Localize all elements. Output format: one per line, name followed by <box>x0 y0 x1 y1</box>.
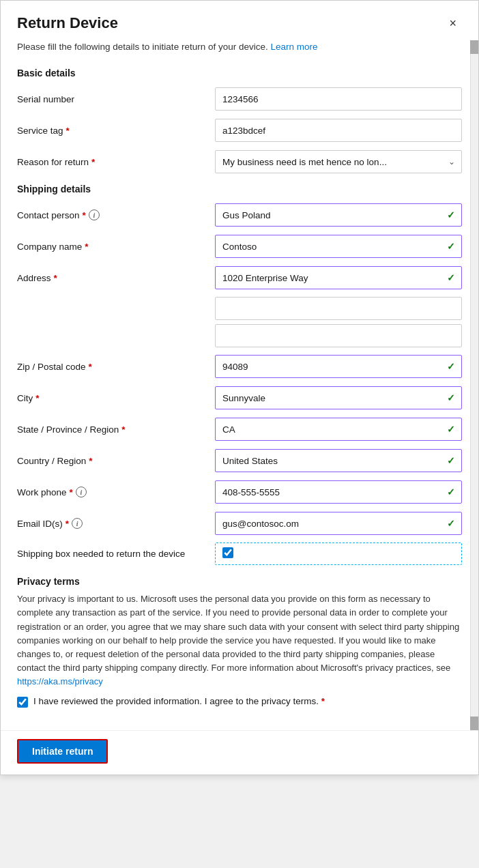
contact-person-info-icon[interactable]: i <box>89 209 100 220</box>
work-phone-required: * <box>70 487 73 497</box>
company-name-field: ✓ <box>215 235 462 258</box>
reason-dropdown-wrap: My business need is met hence no lon... … <box>215 150 462 173</box>
shipping-box-label: Shipping box needed to return the device <box>17 549 215 559</box>
email-required: * <box>66 519 69 529</box>
work-phone-info-icon[interactable]: i <box>76 487 87 497</box>
state-row: State / Province / Region * ✓ <box>17 417 462 442</box>
contact-person-input[interactable] <box>215 203 462 227</box>
reason-dropdown[interactable]: My business need is met hence no lon... … <box>215 150 462 173</box>
city-required: * <box>35 393 39 403</box>
contact-person-label: Contact person * i <box>17 209 215 220</box>
work-phone-label: Work phone * i <box>17 487 215 497</box>
email-input[interactable] <box>215 512 462 535</box>
work-phone-field: ✓ <box>215 480 462 504</box>
close-button[interactable]: × <box>444 14 462 32</box>
shipping-details-section-title: Shipping details <box>17 184 462 194</box>
address-required: * <box>54 273 57 283</box>
dialog-title: Return Device <box>17 14 118 32</box>
country-row: Country / Region * ✓ <box>17 448 462 473</box>
state-check-icon: ✓ <box>447 424 455 435</box>
reason-row: Reason for return * My business need is … <box>17 149 462 174</box>
state-label: State / Province / Region * <box>17 424 215 435</box>
state-required: * <box>121 424 125 435</box>
address-line1-input[interactable] <box>215 266 462 289</box>
email-input-wrap: ✓ <box>215 512 462 535</box>
state-input-wrap: ✓ <box>215 418 462 441</box>
zip-input-wrap: ✓ <box>215 355 462 378</box>
reason-label: Reason for return * <box>17 157 215 167</box>
address-input-wrap: ✓ <box>215 266 462 289</box>
email-row: Email ID(s) * i ✓ <box>17 511 462 536</box>
initiate-return-button[interactable]: Initiate return <box>17 739 108 764</box>
company-name-check-icon: ✓ <box>447 241 455 252</box>
address-check-icon: ✓ <box>447 272 455 283</box>
company-name-required: * <box>85 242 88 252</box>
work-phone-input-wrap: ✓ <box>215 480 462 504</box>
state-input[interactable] <box>215 418 462 441</box>
serial-number-label: Serial number <box>17 94 215 104</box>
city-input[interactable] <box>215 386 462 409</box>
contact-person-check-icon: ✓ <box>447 209 455 220</box>
basic-details-section-title: Basic details <box>17 68 462 78</box>
privacy-agree-row: I have reviewed the provided information… <box>17 695 462 708</box>
zip-input[interactable] <box>215 355 462 378</box>
work-phone-check-icon: ✓ <box>447 487 455 497</box>
address-line2-row <box>215 297 462 320</box>
dialog-body: Please fill the following details to ini… <box>1 40 478 730</box>
privacy-link[interactable]: https://aka.ms/privacy <box>17 676 103 686</box>
email-label: Email ID(s) * i <box>17 518 215 529</box>
shipping-box-row: Shipping box needed to return the device <box>17 542 462 565</box>
service-tag-required: * <box>66 126 70 136</box>
address-row: Address * ✓ <box>17 265 462 290</box>
email-check-icon: ✓ <box>447 518 455 529</box>
country-field: ✓ <box>215 449 462 472</box>
privacy-title: Privacy terms <box>17 576 462 587</box>
city-input-wrap: ✓ <box>215 386 462 409</box>
country-input[interactable] <box>215 449 462 472</box>
country-required: * <box>89 456 92 466</box>
company-name-row: Company name * ✓ <box>17 234 462 259</box>
address-line3-input[interactable] <box>215 324 462 347</box>
email-info-icon[interactable]: i <box>72 518 83 529</box>
city-label: City * <box>17 393 215 403</box>
scrollbar-thumb-top[interactable] <box>470 40 478 54</box>
work-phone-input[interactable] <box>215 480 462 504</box>
zip-label: Zip / Postal code * <box>17 362 215 372</box>
serial-number-row: Serial number <box>17 87 462 111</box>
country-input-wrap: ✓ <box>215 449 462 472</box>
scrollbar-thumb-bottom[interactable] <box>470 717 478 730</box>
shipping-box-checkbox[interactable] <box>222 547 233 558</box>
privacy-section: Privacy terms Your privacy is important … <box>17 576 462 708</box>
address-label: Address * <box>17 273 215 283</box>
service-tag-input[interactable] <box>215 119 462 142</box>
reason-select[interactable]: My business need is met hence no lon... <box>215 150 462 173</box>
zip-check-icon: ✓ <box>447 361 455 372</box>
scrollbar-track[interactable] <box>470 40 478 730</box>
state-field: ✓ <box>215 418 462 441</box>
address-line2-input[interactable] <box>215 297 462 320</box>
description-text: Please fill the following details to ini… <box>17 40 462 54</box>
contact-person-input-wrap: ✓ <box>215 203 462 227</box>
learn-more-link[interactable]: Learn more <box>270 42 317 52</box>
privacy-text: Your privacy is important to us. Microso… <box>17 592 462 689</box>
country-label: Country / Region * <box>17 456 215 466</box>
privacy-agree-required: * <box>321 696 325 706</box>
service-tag-label: Service tag * <box>17 126 215 136</box>
dialog-footer: Initiate return <box>1 730 478 775</box>
privacy-agree-checkbox[interactable] <box>17 697 28 708</box>
serial-number-input[interactable] <box>215 87 462 111</box>
contact-person-row: Contact person * i ✓ <box>17 203 462 227</box>
country-check-icon: ✓ <box>447 455 455 466</box>
company-name-input[interactable] <box>215 235 462 258</box>
zip-row: Zip / Postal code * ✓ <box>17 354 462 379</box>
contact-person-field: ✓ <box>215 203 462 227</box>
shipping-box-checkbox-wrap <box>215 542 462 565</box>
city-row: City * ✓ <box>17 386 462 410</box>
serial-number-input-wrap <box>215 87 462 111</box>
privacy-agree-text: I have reviewed the provided information… <box>33 695 325 708</box>
service-tag-row: Service tag * <box>17 118 462 143</box>
zip-required: * <box>89 362 92 372</box>
city-field: ✓ <box>215 386 462 409</box>
contact-person-required: * <box>83 210 86 220</box>
zip-field: ✓ <box>215 355 462 378</box>
